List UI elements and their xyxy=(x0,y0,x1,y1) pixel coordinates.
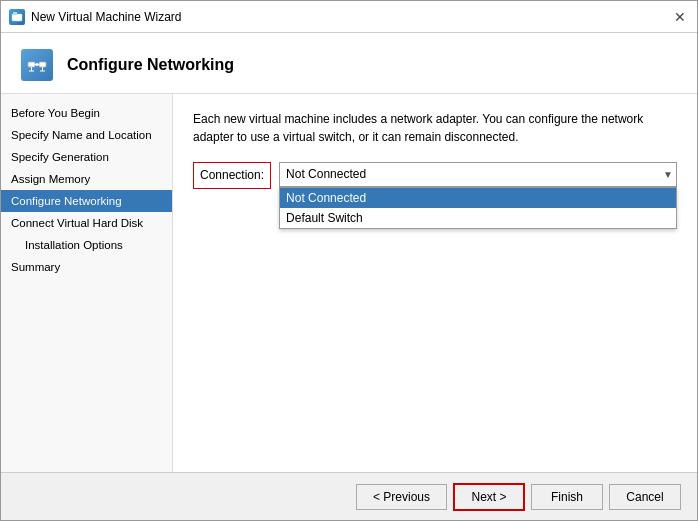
dropdown-option-not-connected[interactable]: Not Connected xyxy=(280,188,676,208)
title-bar-title: New Virtual Machine Wizard xyxy=(31,10,182,24)
cancel-button[interactable]: Cancel xyxy=(609,484,681,510)
main-content: Each new virtual machine includes a netw… xyxy=(173,94,697,472)
dropdown-option-default-switch[interactable]: Default Switch xyxy=(280,208,676,228)
header-title: Configure Networking xyxy=(67,56,234,74)
header-icon xyxy=(21,49,53,81)
connection-dropdown[interactable]: Not Connected xyxy=(279,162,677,187)
sidebar-item-networking[interactable]: Configure Networking xyxy=(1,190,172,212)
previous-button[interactable]: < Previous xyxy=(356,484,447,510)
content-area: Before You Begin Specify Name and Locati… xyxy=(1,94,697,472)
sidebar-item-summary[interactable]: Summary xyxy=(1,256,172,278)
sidebar-item-generation[interactable]: Specify Generation xyxy=(1,146,172,168)
sidebar-item-before-you-begin[interactable]: Before You Begin xyxy=(1,102,172,124)
sidebar-item-hard-disk[interactable]: Connect Virtual Hard Disk xyxy=(1,212,172,234)
svg-rect-1 xyxy=(13,12,17,15)
footer: < Previous Next > Finish Cancel xyxy=(1,472,697,520)
svg-rect-2 xyxy=(28,62,35,67)
dropdown-list: Not Connected Default Switch xyxy=(279,187,677,229)
svg-rect-0 xyxy=(12,14,22,21)
finish-button[interactable]: Finish xyxy=(531,484,603,510)
dropdown-wrapper: Not Connected ▼ Not Connected Default Sw… xyxy=(279,162,677,187)
header-section: Configure Networking xyxy=(1,33,697,94)
sidebar-item-memory[interactable]: Assign Memory xyxy=(1,168,172,190)
next-button[interactable]: Next > xyxy=(453,483,525,511)
svg-point-5 xyxy=(36,63,39,66)
connection-row: Connection: Not Connected ▼ Not Connecte… xyxy=(193,162,677,189)
wizard-window: New Virtual Machine Wizard ✕ Configure N… xyxy=(0,0,698,521)
svg-rect-3 xyxy=(39,62,46,67)
connection-label: Connection: xyxy=(193,162,271,189)
title-bar: New Virtual Machine Wizard ✕ xyxy=(1,1,697,33)
sidebar: Before You Begin Specify Name and Locati… xyxy=(1,94,173,472)
close-button[interactable]: ✕ xyxy=(671,8,689,26)
title-bar-left: New Virtual Machine Wizard xyxy=(9,9,182,25)
wizard-icon xyxy=(9,9,25,25)
sidebar-item-name-location[interactable]: Specify Name and Location xyxy=(1,124,172,146)
description-text: Each new virtual machine includes a netw… xyxy=(193,110,677,146)
sidebar-item-installation[interactable]: Installation Options xyxy=(1,234,172,256)
